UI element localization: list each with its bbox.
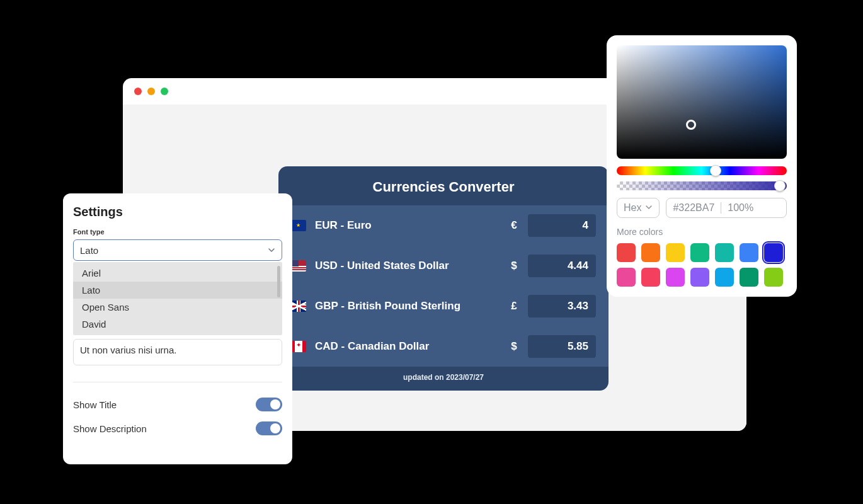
swatch-13[interactable] — [764, 268, 783, 287]
swatch-11[interactable] — [715, 268, 734, 287]
currencies-updated: updated on 2023/07/27 — [278, 367, 609, 384]
opacity-value: 100% — [728, 202, 753, 214]
currency-name: CAD - Canadian Dollar — [315, 340, 500, 353]
description-textarea[interactable] — [73, 339, 282, 365]
currency-symbol: $ — [509, 340, 519, 353]
flag-gb-icon — [291, 301, 306, 312]
sv-cursor[interactable] — [686, 120, 696, 130]
currency-name: USD - United States Dollar — [315, 260, 500, 272]
color-value-box[interactable]: #322BA7 100% — [666, 198, 787, 218]
currencies-title: Currencies Converter — [278, 166, 609, 205]
value-divider — [721, 202, 721, 214]
alpha-slider[interactable] — [617, 181, 787, 190]
hex-value: #322BA7 — [673, 202, 714, 214]
swatch-12[interactable] — [740, 268, 758, 287]
currency-row-gbp: GBP - British Pound Sterling£ — [278, 286, 609, 326]
swatch-5[interactable] — [740, 243, 758, 262]
dropdown-scrollbar[interactable] — [277, 266, 280, 297]
swatch-6[interactable] — [764, 243, 783, 262]
currency-row-cad: CAD - Canadian Dollar$ — [278, 326, 609, 367]
swatch-10[interactable] — [690, 268, 709, 287]
window-close-button[interactable] — [134, 88, 142, 95]
settings-panel: Settings Font type Lato ArielLatoOpen Sa… — [63, 193, 292, 464]
swatch-0[interactable] — [617, 243, 636, 262]
swatch-9[interactable] — [666, 268, 685, 287]
show-description-label: Show Description — [73, 423, 147, 434]
currency-input-cad[interactable] — [528, 335, 596, 358]
window-minimize-button[interactable] — [147, 88, 155, 95]
currency-symbol: € — [509, 219, 519, 232]
settings-title: Settings — [73, 205, 282, 219]
format-label: Hex — [624, 202, 641, 214]
flag-eu-icon — [291, 220, 306, 231]
font-type-label: Font type — [73, 228, 282, 236]
font-option-ariel[interactable]: Ariel — [73, 265, 282, 282]
currency-name: GBP - British Pound Sterling — [315, 300, 500, 312]
font-option-lato[interactable]: Lato — [73, 282, 282, 299]
show-description-row: Show Description — [73, 416, 282, 440]
saturation-value-area[interactable] — [617, 45, 787, 159]
updated-date: 2023/07/27 — [446, 373, 484, 382]
show-title-toggle[interactable] — [256, 398, 282, 411]
more-colors-label: More colors — [617, 227, 787, 237]
currency-row-usd: USD - United States Dollar$ — [278, 246, 609, 286]
currency-symbol: $ — [509, 260, 519, 272]
currency-name: EUR - Euro — [315, 219, 500, 232]
swatch-2[interactable] — [666, 243, 685, 262]
flag-us-icon — [291, 260, 306, 272]
font-dropdown: ArielLatoOpen SansDavid — [73, 262, 282, 335]
currency-symbol: £ — [509, 300, 519, 312]
currencies-body: EUR - Euro€USD - United States Dollar$GB… — [278, 205, 609, 367]
picker-inputs: Hex #322BA7 100% — [617, 198, 787, 218]
show-description-toggle[interactable] — [256, 421, 282, 435]
swatch-7[interactable] — [617, 268, 636, 287]
hue-thumb[interactable] — [710, 165, 721, 176]
currency-input-usd[interactable] — [528, 255, 596, 277]
window-maximize-button[interactable] — [161, 88, 168, 95]
swatch-4[interactable] — [715, 243, 734, 262]
divider — [73, 382, 282, 382]
chevron-down-icon — [645, 202, 653, 214]
currency-input-gbp[interactable] — [528, 295, 596, 318]
font-option-open-sans[interactable]: Open Sans — [73, 299, 282, 316]
swatch-3[interactable] — [690, 243, 709, 262]
updated-prefix: updated on — [403, 373, 446, 382]
alpha-thumb[interactable] — [774, 180, 786, 192]
swatch-8[interactable] — [641, 268, 660, 287]
swatch-grid — [617, 243, 787, 287]
color-picker-panel: Hex #322BA7 100% More colors — [607, 35, 797, 297]
chevron-down-icon — [268, 245, 275, 256]
show-title-row: Show Title — [73, 392, 282, 416]
currency-row-eur: EUR - Euro€ — [278, 205, 609, 246]
swatch-1[interactable] — [641, 243, 660, 262]
show-title-label: Show Title — [73, 399, 117, 410]
currency-input-eur[interactable] — [528, 214, 596, 237]
font-select[interactable]: Lato — [73, 239, 282, 261]
font-option-david[interactable]: David — [73, 316, 282, 333]
format-select[interactable]: Hex — [617, 198, 660, 218]
hue-slider[interactable] — [617, 166, 787, 175]
flag-ca-icon — [291, 341, 306, 352]
font-select-value: Lato — [80, 245, 98, 256]
currencies-panel: Currencies Converter EUR - Euro€USD - Un… — [278, 166, 609, 391]
